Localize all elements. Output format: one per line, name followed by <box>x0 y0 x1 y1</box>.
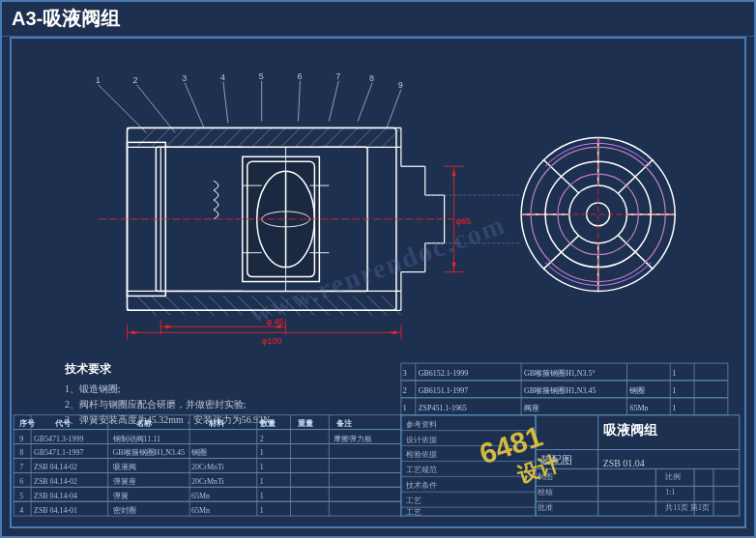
svg-text:ZSB 04.14-01: ZSB 04.14-01 <box>34 506 77 515</box>
svg-text:3、弹簧安装高度为45.32mm，安装张力为56.92N。: 3、弹簧安装高度为45.32mm，安装张力为56.92N。 <box>65 414 279 425</box>
svg-line-40 <box>353 127 372 147</box>
svg-line-39 <box>338 127 358 147</box>
title-bar: A3-吸液阀组 <box>2 2 754 37</box>
svg-text:检验依据: 检验依据 <box>406 450 437 459</box>
svg-text:技术条件: 技术条件 <box>405 481 437 490</box>
svg-line-48 <box>209 296 228 315</box>
svg-text:φ65: φ65 <box>456 216 472 226</box>
svg-line-55 <box>309 296 329 315</box>
svg-line-58 <box>353 296 372 315</box>
svg-line-43 <box>136 296 156 315</box>
svg-text:ZSB 04.14-04: ZSB 04.14-04 <box>34 492 77 500</box>
svg-text:1: 1 <box>672 386 676 395</box>
svg-text:ZSB 04.14-02: ZSB 04.14-02 <box>34 463 77 471</box>
svg-text:1: 1 <box>96 75 101 85</box>
svg-text:GB6151.1-1997: GB6151.1-1997 <box>419 386 468 395</box>
svg-text:ZSB 04.14-02: ZSB 04.14-02 <box>34 477 77 486</box>
svg-text:名称: 名称 <box>135 419 153 428</box>
svg-line-54 <box>295 296 314 315</box>
svg-line-32 <box>238 127 257 147</box>
svg-text:重量: 重量 <box>298 418 313 428</box>
svg-text:1: 1 <box>672 404 676 412</box>
svg-text:2、阀杆与钢圈应配合研磨，并做密封实验;: 2、阀杆与钢圈应配合研磨，并做密封实验; <box>65 399 247 410</box>
svg-marker-88 <box>452 169 456 176</box>
svg-text:4: 4 <box>220 72 225 82</box>
svg-text:3: 3 <box>182 73 187 83</box>
svg-text:3: 3 <box>403 369 407 378</box>
svg-line-30 <box>209 127 228 147</box>
svg-marker-89 <box>452 263 456 269</box>
svg-text:20CrMnTi: 20CrMnTi <box>191 463 224 471</box>
technical-drawing: 1 2 3 4 5 6 7 8 9 <box>2 37 754 536</box>
svg-line-3 <box>223 82 228 124</box>
svg-text:工艺: 工艺 <box>406 508 422 517</box>
svg-text:钢圈: 钢圈 <box>628 386 645 395</box>
svg-text:2: 2 <box>260 435 264 443</box>
svg-line-44 <box>151 296 170 315</box>
svg-text:摩擦弹力板: 摩擦弹力板 <box>334 435 372 443</box>
svg-text:1、锻造钢圈;: 1、锻造钢圈; <box>65 383 121 394</box>
svg-text:技术要求: 技术要求 <box>64 362 112 376</box>
svg-line-8 <box>387 90 401 128</box>
svg-line-42 <box>382 127 401 147</box>
svg-text:4: 4 <box>19 506 23 515</box>
svg-text:7: 7 <box>19 463 23 471</box>
drawing-area: 1 2 3 4 5 6 7 8 9 <box>2 37 754 536</box>
svg-text:7: 7 <box>335 71 340 81</box>
svg-text:序号: 序号 <box>19 418 35 428</box>
svg-text:设计依据: 设计依据 <box>406 436 437 444</box>
svg-text:ZSP451.1-1965: ZSP451.1-1965 <box>419 404 467 412</box>
svg-text:2: 2 <box>132 75 137 85</box>
svg-text:1: 1 <box>260 448 264 457</box>
svg-text:φ: φ <box>267 317 273 326</box>
svg-text:GB喉箍钢圈H1,N3.5°: GB喉箍钢圈H1,N3.5° <box>524 369 596 378</box>
svg-text:GB5471.3-1999: GB5471.3-1999 <box>34 435 83 443</box>
page-title: A3-吸液阀组 <box>12 6 120 32</box>
svg-text:9: 9 <box>398 80 403 90</box>
svg-line-60 <box>382 296 401 315</box>
svg-line-6 <box>329 81 338 122</box>
svg-text:45: 45 <box>275 317 284 326</box>
svg-line-33 <box>252 127 272 147</box>
svg-line-2 <box>185 83 204 128</box>
svg-line-28 <box>180 127 199 147</box>
svg-text:1: 1 <box>260 492 264 500</box>
svg-line-7 <box>358 83 372 122</box>
svg-text:工艺: 工艺 <box>406 496 422 505</box>
svg-text:6: 6 <box>19 477 23 486</box>
svg-text:代号: 代号 <box>54 419 71 428</box>
svg-line-5 <box>298 81 300 122</box>
svg-text:材料: 材料 <box>208 419 225 428</box>
svg-marker-94 <box>390 330 396 334</box>
svg-text:65Mn: 65Mn <box>629 404 648 412</box>
svg-text:6: 6 <box>297 71 302 81</box>
svg-text:共11页 第1页: 共11页 第1页 <box>665 503 710 512</box>
svg-text:8: 8 <box>19 448 23 457</box>
svg-text:5: 5 <box>259 71 264 81</box>
svg-text:ZSB 01.04: ZSB 01.04 <box>603 458 645 468</box>
svg-line-27 <box>165 127 185 147</box>
svg-text:65Mn: 65Mn <box>191 506 210 515</box>
svg-line-57 <box>338 296 358 315</box>
svg-text:1:1: 1:1 <box>665 488 675 496</box>
svg-text:GB喉箍钢圈H1,N3.45: GB喉箍钢圈H1,N3.45 <box>113 448 185 457</box>
svg-text:GB6152.1-1999: GB6152.1-1999 <box>419 369 468 378</box>
svg-line-0 <box>99 85 147 133</box>
svg-marker-98 <box>165 325 172 328</box>
svg-line-31 <box>223 127 243 147</box>
svg-line-115 <box>619 236 654 269</box>
svg-line-38 <box>324 127 343 147</box>
svg-text:1: 1 <box>403 404 407 412</box>
svg-text:9: 9 <box>19 435 23 443</box>
svg-line-37 <box>309 127 329 147</box>
svg-text:弹簧: 弹簧 <box>113 492 129 500</box>
svg-line-59 <box>367 296 387 315</box>
svg-line-52 <box>267 296 286 315</box>
svg-text:弹簧座: 弹簧座 <box>113 477 136 486</box>
svg-text:1: 1 <box>260 506 264 515</box>
svg-text:吸液阀: 吸液阀 <box>113 463 136 471</box>
svg-line-50 <box>238 296 257 315</box>
svg-text:数量: 数量 <box>259 419 276 428</box>
svg-line-113 <box>619 159 654 193</box>
svg-line-25 <box>136 127 156 147</box>
